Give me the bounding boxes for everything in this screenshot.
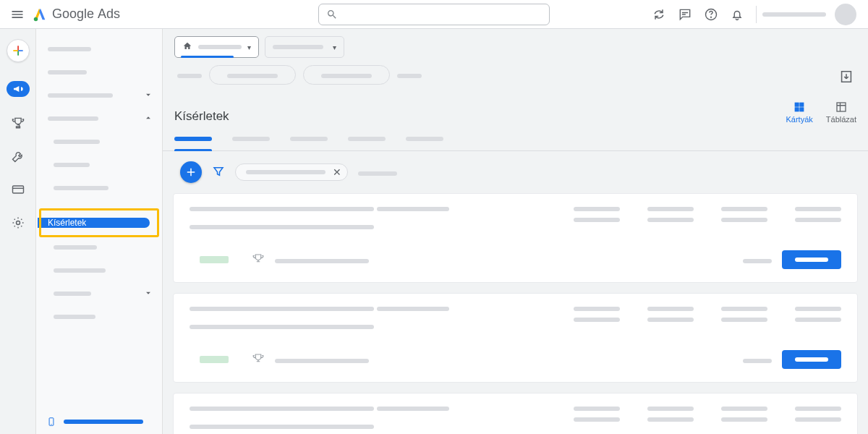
primary-action-button[interactable] bbox=[782, 250, 841, 269]
rail-item-tools[interactable] bbox=[11, 149, 25, 163]
section-nav-item-experiments[interactable]: Kísérletek bbox=[38, 218, 150, 228]
brand: Google Ads bbox=[32, 7, 120, 22]
secondary-action[interactable] bbox=[743, 354, 772, 365]
trophy-icon bbox=[252, 252, 265, 268]
hamburger-icon bbox=[10, 7, 25, 22]
section-nav-subitem[interactable] bbox=[36, 259, 162, 282]
rail-item-billing[interactable] bbox=[11, 182, 25, 197]
section-nav-subitem[interactable] bbox=[36, 130, 162, 153]
experiment-subtitle bbox=[377, 307, 449, 311]
remove-filter-icon[interactable]: ✕ bbox=[333, 166, 341, 178]
metric-column bbox=[721, 307, 767, 331]
svg-rect-15 bbox=[837, 103, 846, 111]
result-summary bbox=[275, 255, 369, 265]
global-search-input[interactable] bbox=[344, 9, 542, 20]
section-nav-subitem[interactable] bbox=[36, 236, 162, 259]
metric-column bbox=[721, 207, 767, 231]
main-content: ▾ ▾ Kísérletek Kártyák bbox=[163, 29, 868, 434]
metric-column bbox=[647, 407, 694, 431]
google-ads-logo-icon bbox=[32, 7, 48, 22]
help-icon bbox=[704, 7, 718, 22]
view-switch-cards[interactable]: Kártyák bbox=[786, 101, 813, 124]
view-switch: Kártyák Táblázat bbox=[786, 101, 857, 124]
plus-icon bbox=[184, 166, 197, 179]
download-button[interactable] bbox=[833, 64, 859, 90]
metric-column bbox=[574, 207, 620, 231]
avatar[interactable] bbox=[835, 4, 856, 25]
tab[interactable] bbox=[290, 132, 328, 150]
help-button[interactable] bbox=[698, 1, 724, 27]
section-nav-subitem[interactable] bbox=[36, 176, 162, 200]
chevron-down-icon bbox=[143, 288, 153, 300]
refresh-button[interactable] bbox=[646, 1, 672, 27]
wrench-icon bbox=[11, 149, 25, 163]
primary-action-button[interactable] bbox=[782, 350, 841, 369]
breadcrumb-item[interactable] bbox=[397, 69, 422, 80]
breadcrumb-chip[interactable] bbox=[209, 65, 296, 85]
experiment-description bbox=[190, 225, 374, 229]
tab[interactable] bbox=[348, 132, 386, 150]
section-nav-subitem[interactable] bbox=[36, 305, 162, 328]
menu-button[interactable] bbox=[9, 6, 26, 23]
left-icon-rail bbox=[0, 29, 36, 434]
experiment-subtitle bbox=[377, 407, 449, 411]
svg-point-0 bbox=[34, 17, 38, 20]
svg-rect-12 bbox=[800, 103, 804, 106]
metric-column bbox=[795, 407, 841, 431]
rail-item-goals[interactable] bbox=[11, 116, 25, 130]
svg-point-10 bbox=[51, 424, 51, 425]
chevron-up-icon bbox=[143, 113, 153, 125]
breadcrumb-item[interactable] bbox=[177, 69, 202, 80]
account-switcher[interactable] bbox=[762, 12, 826, 17]
account-scope-dropdown[interactable]: ▾ bbox=[174, 36, 259, 58]
top-actions bbox=[646, 1, 856, 27]
tab[interactable] bbox=[232, 132, 270, 150]
plus-multicolor-icon bbox=[11, 43, 25, 58]
svg-point-8 bbox=[16, 221, 20, 225]
svg-rect-6 bbox=[18, 50, 23, 51]
table-view-icon bbox=[835, 101, 848, 114]
experiment-title[interactable] bbox=[190, 207, 374, 211]
home-icon bbox=[182, 41, 192, 54]
rail-item-admin[interactable] bbox=[11, 216, 25, 230]
section-nav-item[interactable] bbox=[36, 61, 162, 84]
section-nav-item[interactable] bbox=[36, 84, 162, 107]
card-icon bbox=[11, 182, 25, 197]
tab[interactable] bbox=[406, 132, 443, 150]
device-icon bbox=[46, 417, 56, 427]
section-nav-item[interactable] bbox=[36, 38, 162, 61]
metric-column bbox=[574, 407, 620, 431]
notifications-button[interactable] bbox=[724, 1, 750, 27]
gear-icon bbox=[11, 216, 25, 230]
view-switch-table[interactable]: Táblázat bbox=[826, 101, 856, 124]
rail-item-campaigns[interactable] bbox=[7, 81, 30, 97]
active-filter-chip[interactable]: ✕ bbox=[235, 163, 348, 181]
create-button[interactable] bbox=[7, 39, 30, 62]
messages-button[interactable] bbox=[672, 1, 698, 27]
breadcrumb-chip[interactable] bbox=[303, 65, 390, 85]
nav-footer-link[interactable] bbox=[46, 417, 143, 427]
campaign-scope-dropdown[interactable]: ▾ bbox=[265, 36, 344, 58]
caret-down-icon: ▾ bbox=[247, 43, 251, 51]
tab[interactable] bbox=[174, 132, 212, 150]
global-search[interactable] bbox=[318, 4, 550, 25]
add-experiment-button[interactable] bbox=[180, 161, 202, 183]
experiment-description bbox=[190, 425, 374, 429]
svg-rect-14 bbox=[800, 108, 804, 111]
section-nav-item[interactable] bbox=[36, 107, 162, 130]
svg-point-2 bbox=[710, 16, 712, 17]
experiment-card bbox=[173, 193, 858, 283]
filter-button[interactable] bbox=[212, 165, 225, 180]
svg-rect-7 bbox=[12, 186, 23, 193]
secondary-action[interactable] bbox=[743, 255, 772, 265]
section-nav-item-label: Kísérletek bbox=[48, 218, 86, 228]
experiment-title[interactable] bbox=[190, 307, 374, 311]
search-icon bbox=[326, 9, 338, 20]
experiment-title[interactable] bbox=[190, 407, 374, 411]
megaphone-icon bbox=[12, 83, 24, 95]
section-nav-subitem[interactable] bbox=[36, 282, 162, 305]
view-switch-label: Táblázat bbox=[826, 115, 856, 124]
trophy-icon bbox=[252, 352, 265, 367]
metric-column bbox=[721, 407, 767, 431]
section-nav-subitem[interactable] bbox=[36, 153, 162, 176]
